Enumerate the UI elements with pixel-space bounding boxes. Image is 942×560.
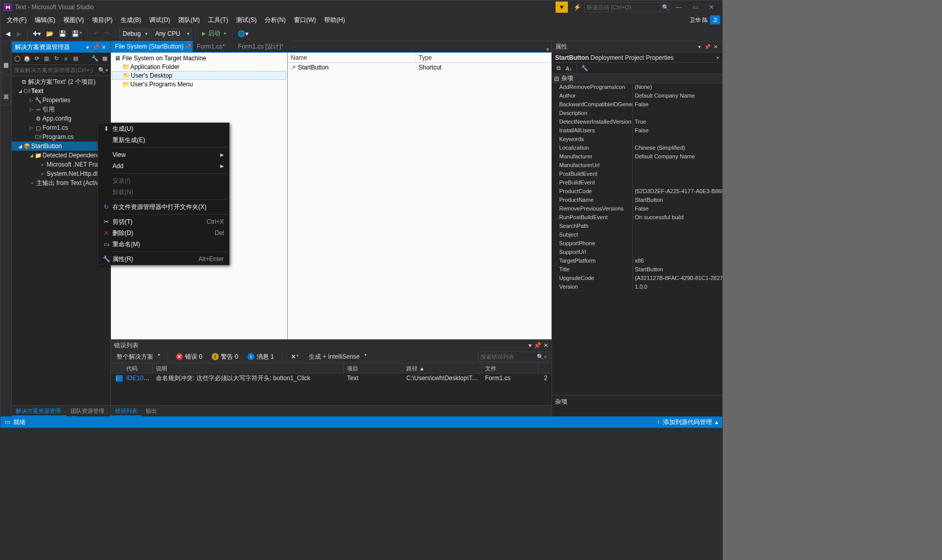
references-node[interactable]: ▷▫▫引用 — [12, 105, 110, 114]
menu-team[interactable]: 团队(M) — [174, 14, 204, 26]
menu-view[interactable]: 视图(V) — [59, 14, 88, 26]
property-value[interactable]: Chinese (Simplified) — [633, 144, 722, 153]
panel-pin-icon[interactable]: 📌 — [704, 43, 711, 51]
panel-dropdown-icon[interactable]: ▾ — [84, 43, 91, 51]
property-pages-icon[interactable]: 🔧 — [580, 64, 589, 73]
toolbox-tab[interactable]: 工具箱 — [2, 75, 11, 106]
property-row[interactable]: Keywords — [552, 135, 722, 144]
maximize-button[interactable]: ▭ — [687, 2, 703, 13]
col-icon[interactable] — [111, 363, 123, 373]
notifications-icon[interactable]: ▼ — [556, 2, 568, 13]
refresh-icon[interactable]: ↻ — [52, 54, 61, 63]
appconfig-node[interactable]: ⚙App.config — [12, 114, 110, 123]
properties-subject[interactable]: StartButton Deployment Project Propertie… — [552, 53, 722, 63]
alphabetical-icon[interactable]: A↓ — [564, 64, 573, 73]
property-value[interactable]: Default Company Name — [633, 153, 722, 161]
dotnet-dep-node[interactable]: ▫Microsoft .NET Fram — [12, 160, 110, 169]
open-file-button[interactable]: 📂 — [44, 28, 56, 39]
collapse-icon[interactable]: ≡ — [61, 54, 71, 63]
user-avatar-icon[interactable]: 卫 — [710, 15, 720, 25]
project-text-node[interactable]: ◢C#Text — [12, 86, 110, 96]
properties-icon[interactable]: 🔧 — [90, 54, 100, 63]
config-select[interactable]: Debug — [119, 28, 150, 39]
property-value[interactable]: Default Company Name — [633, 92, 722, 101]
solution-explorer-header[interactable]: 解决方案资源管理器 ▾ 📌 ✕ — [12, 41, 110, 53]
tab-output[interactable]: 输出 — [142, 406, 161, 416]
close-button[interactable]: ✕ — [704, 2, 719, 13]
property-value[interactable] — [633, 170, 722, 179]
quick-launch-search[interactable]: 快速启动 (Ctrl+Q) — [584, 2, 661, 12]
clear-filter-button[interactable]: ✕⁺ — [288, 352, 302, 361]
property-value[interactable]: 1.0.0 — [633, 283, 722, 292]
col-file[interactable]: 文件 — [482, 363, 538, 373]
primary-output-node[interactable]: ▫主输出 from Text (Active — [12, 178, 110, 188]
tab-team-explorer[interactable]: 团队资源管理器 — [66, 406, 110, 416]
property-row[interactable]: DetectNewerInstalledVersionTrue — [552, 118, 722, 127]
col-desc[interactable]: 说明 — [153, 363, 344, 373]
property-row[interactable]: Description — [552, 109, 722, 118]
property-row[interactable]: ManufacturerDefault Company Name — [552, 153, 722, 161]
quick-launch-search-icon[interactable]: 🔍 — [661, 2, 670, 12]
panel-pin-icon[interactable]: 📌 — [92, 43, 99, 51]
platform-select[interactable]: Any CPU — [151, 28, 192, 39]
menu-analyze[interactable]: 分析(N) — [261, 14, 290, 26]
property-row[interactable]: RemovePreviousVersionsFalse — [552, 205, 722, 214]
ctx-add[interactable]: Add▶ — [98, 160, 229, 172]
property-value[interactable]: False — [633, 205, 722, 214]
fs-app-folder-node[interactable]: 📁Application Folder — [112, 62, 286, 71]
property-value[interactable] — [633, 248, 722, 257]
panel-dropdown-icon[interactable]: ▾ — [529, 342, 532, 349]
tab-solution-explorer[interactable]: 解决方案资源管理器 — [12, 406, 66, 416]
properties-node[interactable]: ▷🔧Properties — [12, 96, 110, 105]
menu-build[interactable]: 生成(B) — [117, 14, 145, 26]
property-row[interactable]: SupportUrl — [552, 248, 722, 257]
program-node[interactable]: C#Program.cs — [12, 132, 110, 142]
menu-help[interactable]: 帮助(H) — [320, 14, 349, 26]
property-row[interactable]: Subject — [552, 231, 722, 240]
property-row[interactable]: SupportPhone — [552, 240, 722, 248]
warnings-filter-button[interactable]: !警告 0 — [209, 352, 241, 362]
property-value[interactable]: False — [633, 127, 722, 135]
error-code-link[interactable]: IDE1006 — [126, 375, 150, 382]
form1-node[interactable]: ▷▢Form1.cs — [12, 123, 110, 132]
property-row[interactable]: LocalizationChinese (Simplified) — [552, 144, 722, 153]
property-row[interactable]: SearchPath — [552, 222, 722, 231]
menu-window[interactable]: 窗口(W) — [290, 14, 320, 26]
property-row[interactable]: PostBuildEvent — [552, 170, 722, 179]
col-code[interactable]: 代码 — [123, 363, 153, 373]
minimize-button[interactable]: — — [671, 2, 686, 13]
property-value[interactable]: (None) — [633, 83, 722, 92]
fs-list-row[interactable]: ↗StartButton Shortcut — [288, 63, 552, 72]
new-project-button[interactable]: ✚▾ — [31, 28, 43, 39]
ctx-open-in-explorer[interactable]: ↻在文件资源管理器中打开文件夹(X) — [98, 201, 229, 213]
fs-root-node[interactable]: 🖥File System on Target Machine — [112, 54, 286, 62]
build-filter-select[interactable]: 生成 + IntelliSense — [305, 351, 369, 363]
error-scope-select[interactable]: 整个解决方案 — [113, 351, 162, 363]
property-row[interactable]: Version1.0.0 — [552, 283, 722, 292]
show-all-icon[interactable]: ▥ — [42, 54, 51, 63]
property-value[interactable]: {A321127B-8FAC-4290-81C1-28276A8 — [633, 274, 722, 283]
panel-dropdown-icon[interactable]: ▾ — [696, 43, 703, 51]
property-value[interactable]: {52D3D2EF-A225-4177-A0E3-B86829E — [633, 188, 722, 196]
fs-col-name[interactable]: Name — [288, 53, 416, 62]
property-row[interactable]: ProductNameStartButton — [552, 196, 722, 205]
error-search-input[interactable]: 搜索错误列表🔍▾ — [478, 352, 549, 362]
fs-desktop-node[interactable]: 📁User's Desktop — [112, 71, 286, 80]
tab-error-list[interactable]: 错误列表 — [111, 406, 142, 416]
col-path[interactable]: 路径 ▲ — [403, 363, 482, 373]
property-value[interactable]: StartButton — [633, 196, 722, 205]
tab-overflow-dropdown[interactable]: ▾ — [543, 46, 552, 52]
sync-icon[interactable]: ⟳ — [32, 54, 41, 63]
property-row[interactable]: TargetPlatformx86 — [552, 257, 722, 266]
col-project[interactable]: 项目 — [344, 363, 403, 373]
preview-icon[interactable]: ▦ — [100, 54, 109, 63]
home-icon[interactable]: 🏠 — [22, 54, 32, 63]
property-value[interactable]: True — [633, 118, 722, 127]
tab-file-system[interactable]: File System (StartButton)📌 — [111, 41, 193, 52]
ctx-rebuild[interactable]: 重新生成(E) — [98, 134, 229, 146]
menu-project[interactable]: 项目(P) — [88, 14, 117, 26]
property-value[interactable] — [633, 222, 722, 231]
property-row[interactable]: InstallAllUsersFalse — [552, 127, 722, 135]
http-dll-node[interactable]: ▫System.Net.Http.dll — [12, 169, 110, 178]
menu-test[interactable]: 测试(S) — [232, 14, 261, 26]
